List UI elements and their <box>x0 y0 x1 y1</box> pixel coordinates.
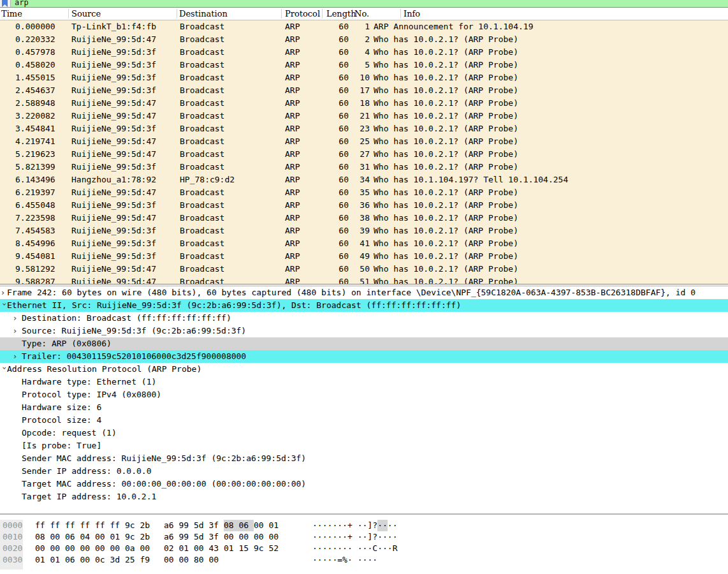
ascii-char[interactable]: · <box>312 554 317 566</box>
chevron-down-icon[interactable]: › <box>0 303 11 309</box>
hex-byte[interactable]: a6 <box>164 531 179 543</box>
hex-byte[interactable]: 9c <box>125 531 140 543</box>
hex-byte[interactable]: 00 <box>254 520 269 531</box>
packet-row[interactable]: 3.454841RuijieNe_99:5d:3fBroadcastARP602… <box>0 122 728 135</box>
hex-byte[interactable]: 00 <box>269 531 284 543</box>
packet-row[interactable]: 6.143496Hangzhou_a1:78:92HP_78:c9:d2ARP6… <box>0 173 728 186</box>
detail-tree-row[interactable]: ›Ethernet II, Src: RuijieNe_99:5d:3f (9c… <box>0 299 728 312</box>
ascii-char[interactable]: · <box>337 520 342 531</box>
hex-byte[interactable]: 00 <box>95 531 110 543</box>
packet-row[interactable]: 2.454637RuijieNe_99:5d:3fBroadcastARP601… <box>0 84 728 97</box>
chevron-right-icon[interactable]: › <box>13 350 20 363</box>
hex-row[interactable]: 0000ffffffffffff9c2ba6995d3f08060001····… <box>0 520 728 531</box>
hex-byte[interactable]: ff <box>110 520 126 531</box>
hex-byte[interactable]: 08 <box>224 520 239 531</box>
hex-byte[interactable]: 00 <box>110 543 126 554</box>
hex-byte[interactable]: 99 <box>179 531 194 543</box>
detail-tree-row[interactable]: Hardware type: Ethernet (1) <box>0 376 728 388</box>
hex-byte[interactable]: 3d <box>110 554 126 566</box>
packet-row[interactable]: 8.454996RuijieNe_99:5d:3fBroadcastARP604… <box>0 237 728 250</box>
ascii-char[interactable]: · <box>323 531 328 543</box>
hex-byte[interactable]: 99 <box>179 520 194 531</box>
hex-byte[interactable]: 00 <box>140 543 156 554</box>
column-header-length[interactable]: Length <box>326 8 356 20</box>
ascii-char[interactable]: · <box>328 554 333 566</box>
hex-byte[interactable]: 5d <box>194 531 209 543</box>
packet-row[interactable]: 0.000000Tp-LinkT_b1:f4:fbBroadcastARP601… <box>0 20 728 33</box>
ascii-char[interactable]: · <box>377 543 382 554</box>
hex-byte[interactable]: 00 <box>50 531 66 543</box>
ascii-char[interactable]: · <box>323 543 328 554</box>
ascii-char[interactable]: + <box>347 531 353 543</box>
hex-byte[interactable]: 43 <box>209 543 224 554</box>
hex-byte[interactable]: 80 <box>194 554 209 566</box>
ascii-char[interactable]: · <box>347 543 353 554</box>
ascii-char[interactable]: · <box>317 531 323 543</box>
packet-row[interactable]: 1.455015RuijieNe_99:5d:3fBroadcastARP601… <box>0 71 728 84</box>
detail-tree-row[interactable]: Target IP address: 10.0.2.1 <box>0 490 728 503</box>
ascii-char[interactable]: · <box>363 531 368 543</box>
hex-byte[interactable]: 0a <box>125 543 140 554</box>
hex-byte[interactable]: 01 <box>50 554 66 566</box>
packet-row[interactable]: 2.588948RuijieNe_99:5d:47BroadcastARP601… <box>0 97 728 110</box>
column-header-protocol[interactable]: Protocol <box>285 8 320 20</box>
ascii-char[interactable]: · <box>317 520 323 531</box>
detail-tree-row[interactable]: Target MAC address: 00:00:00_00:00:00 (0… <box>0 478 728 490</box>
ascii-char[interactable]: · <box>358 554 363 566</box>
ascii-char[interactable]: · <box>312 520 317 531</box>
ascii-char[interactable]: · <box>377 531 382 543</box>
hex-byte[interactable]: 01 <box>224 543 239 554</box>
detail-tree-row[interactable]: ›Address Resolution Protocol (ARP Probe) <box>0 363 728 376</box>
ascii-char[interactable]: · <box>363 554 368 566</box>
ascii-char[interactable]: · <box>393 531 398 543</box>
ascii-char[interactable]: · <box>377 520 382 531</box>
hex-byte[interactable]: 04 <box>80 531 96 543</box>
ascii-char[interactable]: ] <box>367 531 372 543</box>
hex-byte[interactable]: ff <box>35 520 50 531</box>
ascii-char[interactable]: ? <box>372 531 377 543</box>
ascii-char[interactable]: · <box>358 531 363 543</box>
detail-tree-row[interactable]: Type: ARP (0x0806) <box>0 337 728 350</box>
hex-byte[interactable]: 9c <box>125 520 140 531</box>
hex-byte[interactable]: 00 <box>35 543 50 554</box>
chevron-right-icon[interactable]: › <box>13 325 20 337</box>
display-filter-input[interactable]: arp <box>11 0 728 7</box>
ascii-char[interactable]: ? <box>372 520 377 531</box>
hex-byte[interactable]: 00 <box>80 543 96 554</box>
detail-tree-row[interactable]: [Is probe: True] <box>0 439 728 452</box>
ascii-char[interactable]: = <box>337 554 342 566</box>
hex-byte[interactable]: ff <box>50 520 66 531</box>
ascii-char[interactable]: % <box>342 554 347 566</box>
column-header-time[interactable]: Time <box>1 8 22 20</box>
detail-tree-row[interactable]: ›Frame 242: 60 bytes on wire (480 bits),… <box>0 286 728 299</box>
hex-byte[interactable]: 01 <box>110 531 126 543</box>
column-divider[interactable] <box>281 9 282 18</box>
hex-byte[interactable]: 06 <box>239 520 254 531</box>
hex-byte[interactable]: 00 <box>80 554 96 566</box>
hex-row[interactable]: 0030010106000c3d25f900008000·····=%····· <box>0 554 728 566</box>
packet-row[interactable]: 0.458020RuijieNe_99:5d:3fBroadcastARP605… <box>0 59 728 71</box>
hex-byte[interactable]: 9c <box>254 543 269 554</box>
ascii-char[interactable]: · <box>312 543 317 554</box>
packet-row[interactable]: 4.219741RuijieNe_99:5d:47BroadcastARP602… <box>0 135 728 148</box>
ascii-char[interactable]: · <box>393 520 398 531</box>
hex-byte[interactable]: 01 <box>269 520 284 531</box>
ascii-char[interactable]: · <box>382 520 388 531</box>
detail-tree-row[interactable]: ›Destination: Broadcast (ff:ff:ff:ff:ff:… <box>0 312 728 325</box>
packet-row[interactable]: 6.219397RuijieNe_99:5d:47BroadcastARP603… <box>0 186 728 199</box>
hex-byte[interactable]: 5d <box>194 520 209 531</box>
ascii-char[interactable]: · <box>372 554 377 566</box>
packet-row[interactable]: 5.219623RuijieNe_99:5d:47BroadcastARP602… <box>0 148 728 161</box>
column-header-info[interactable]: Info <box>404 8 420 20</box>
hex-byte[interactable]: ff <box>80 520 96 531</box>
packet-row[interactable]: 7.223598RuijieNe_99:5d:47BroadcastARP603… <box>0 212 728 224</box>
ascii-char[interactable]: · <box>323 520 328 531</box>
ascii-char[interactable]: · <box>332 520 337 531</box>
hex-byte[interactable]: 2b <box>140 520 156 531</box>
ascii-char[interactable]: · <box>332 554 337 566</box>
ascii-char[interactable]: · <box>328 531 333 543</box>
chevron-right-icon[interactable]: › <box>1 286 8 299</box>
detail-tree-row[interactable]: Hardware size: 6 <box>0 401 728 414</box>
column-header-no[interactable]: No. <box>354 8 369 20</box>
column-divider[interactable] <box>177 9 177 18</box>
